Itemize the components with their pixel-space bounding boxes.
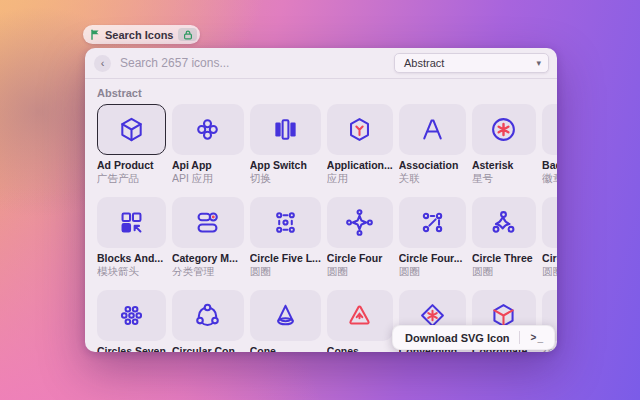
grid-cell-circle-three: Circle Three圆圈: [472, 197, 536, 277]
icon-tile-circle-three[interactable]: [472, 197, 536, 248]
icon-tile-app-switch[interactable]: [250, 104, 321, 155]
icon-tile-badge[interactable]: [542, 104, 557, 155]
grid-cell-association: Association关联: [399, 104, 466, 184]
grid-cell-badge: Badge徽章提醒: [542, 104, 557, 184]
icon-name: App Switch: [250, 159, 321, 171]
icon-tile-circle-two-line[interactable]: [542, 197, 557, 248]
icon-name-zh: 关联: [399, 172, 466, 184]
search-header: ‹ Search 2657 icons... Abstract ▾: [85, 48, 557, 78]
icon-name-zh: 圆圈: [472, 265, 536, 277]
grid-cell-circle-five-line: Circle Five L...圆圈: [250, 197, 321, 277]
icon-name-zh: 应用: [327, 172, 393, 184]
icon-tile-api-app[interactable]: [172, 104, 244, 155]
lock-pill: [178, 28, 197, 41]
cones-icon: [345, 301, 374, 330]
icon-name-zh: 徽章提醒: [542, 172, 557, 184]
grid-cell-ad-product: Ad Product广告产品: [97, 104, 166, 184]
asterisk-icon: [489, 115, 518, 144]
icon-tile-ad-product[interactable]: [97, 104, 166, 155]
icon-name-zh: 切换: [250, 172, 321, 184]
icon-name: Category M...: [172, 252, 244, 264]
cone-icon: [271, 301, 300, 330]
icon-name: Circular Con...: [172, 345, 244, 352]
search-input[interactable]: Search 2657 icons...: [120, 56, 394, 70]
lock-icon: [183, 30, 193, 40]
download-svg-label: Download SVG Icon: [405, 332, 510, 344]
icon-name: Circle Three: [472, 252, 536, 264]
icon-name: Api App: [172, 159, 244, 171]
icon-name-zh: 圆圈: [399, 265, 466, 277]
icon-name: Cones: [327, 345, 393, 352]
terminal-shortcut-icon[interactable]: >_: [525, 330, 550, 345]
icon-name: Association: [399, 159, 466, 171]
action-bar-divider: [519, 331, 520, 344]
flag-icon: [90, 29, 100, 40]
grid-cell-circular-connection: Circular Con...圆形连接: [172, 290, 244, 352]
grid-cell-api-app: Api AppAPI 应用: [172, 104, 244, 184]
grid-cell-circle-four-line: Circle Four...圆圈: [399, 197, 466, 277]
icon-tile-cone[interactable]: [250, 290, 321, 341]
icon-name-zh: 圆圈: [542, 265, 557, 277]
icon-name: Circle Five L...: [250, 252, 321, 264]
ad-product-icon: [117, 115, 146, 144]
icon-tile-asterisk[interactable]: [472, 104, 536, 155]
icon-name: Circle Four...: [399, 252, 466, 264]
association-icon: [418, 115, 447, 144]
app-switch-icon: [271, 115, 300, 144]
search-icons-window: ‹ Search 2657 icons... Abstract ▾ Abstra…: [85, 48, 557, 352]
api-app-icon: [193, 115, 222, 144]
icon-name: Application...: [327, 159, 393, 171]
circle-three-icon: [489, 208, 518, 237]
icon-name-zh: 星号: [472, 172, 536, 184]
icon-tile-category-manage[interactable]: [172, 197, 244, 248]
blocks-and-arrow-icon: [117, 208, 146, 237]
icon-name-zh: 模块箭头: [97, 265, 166, 277]
circle-five-line-icon: [271, 208, 300, 237]
application-icon: [345, 115, 374, 144]
chevron-down-icon: ▾: [536, 58, 541, 68]
dropdown-value: Abstract: [404, 57, 444, 69]
icon-tile-circle-four-line[interactable]: [399, 197, 466, 248]
grid-cell-circles-seven: Circles Seven圆圈: [97, 290, 166, 352]
grid-cell-app-switch: App Switch切换: [250, 104, 321, 184]
launcher-badge[interactable]: Search Icons: [83, 25, 200, 44]
back-button[interactable]: ‹: [94, 55, 111, 72]
circular-connection-icon: [193, 301, 222, 330]
grid-cell-circle-four: Circle Four圆圈: [327, 197, 393, 277]
icon-name-zh: API 应用: [172, 172, 244, 184]
icon-name: Circles Seven: [97, 345, 166, 352]
icon-tile-application[interactable]: [327, 104, 393, 155]
icon-tile-circle-five-line[interactable]: [250, 197, 321, 248]
icon-name: Asterisk: [472, 159, 536, 171]
category-manage-icon: [193, 208, 222, 237]
icon-name: Blocks And...: [97, 252, 166, 264]
icon-tile-association[interactable]: [399, 104, 466, 155]
icon-name-zh: 圆圈: [250, 265, 321, 277]
icon-tile-blocks-and-arrow[interactable]: [97, 197, 166, 248]
section-title: Abstract: [85, 79, 557, 102]
icon-tile-circles-seven[interactable]: [97, 290, 166, 341]
grid-cell-blocks-and-arrow: Blocks And...模块箭头: [97, 197, 166, 277]
icon-name: Circle Two L...: [542, 252, 557, 264]
grid-cell-circle-two-line: Circle Two L...圆圈: [542, 197, 557, 277]
circle-four-line-icon: [418, 208, 447, 237]
icon-name: Circle Four: [327, 252, 393, 264]
download-action-bar[interactable]: Download SVG Icon >_: [392, 325, 555, 350]
icon-name: Ad Product: [97, 159, 166, 171]
grid-cell-cone: Cone圆锥: [250, 290, 321, 352]
grid-cell-asterisk: Asterisk星号: [472, 104, 536, 184]
icon-name: Badge: [542, 159, 557, 171]
grid-cell-category-manage: Category M...分类管理: [172, 197, 244, 277]
category-dropdown[interactable]: Abstract ▾: [394, 53, 549, 73]
icon-tile-cones[interactable]: [327, 290, 393, 341]
icon-tile-circular-connection[interactable]: [172, 290, 244, 341]
icon-name: Cone: [250, 345, 321, 352]
circle-four-icon: [345, 208, 374, 237]
grid-cell-cones: Cones圆锥体: [327, 290, 393, 352]
icon-tile-circle-four[interactable]: [327, 197, 393, 248]
badge-app-label: Search Icons: [105, 29, 173, 41]
icon-grid: Ad Product广告产品Api AppAPI 应用App Switch切换A…: [85, 102, 557, 352]
icon-name-zh: 分类管理: [172, 265, 244, 277]
circles-seven-icon: [117, 301, 146, 330]
chevron-left-icon: ‹: [101, 58, 105, 69]
